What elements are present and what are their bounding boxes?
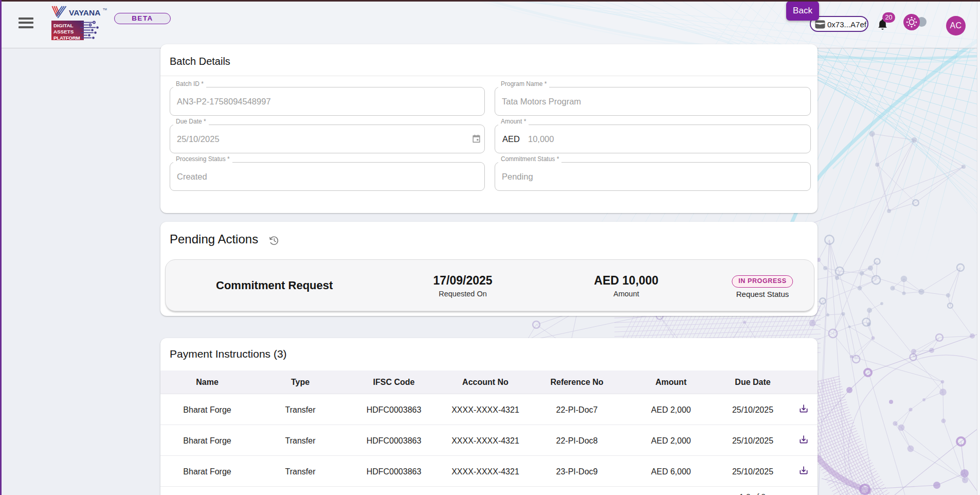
svg-text:VAYANA: VAYANA <box>69 8 100 17</box>
svg-text:ASSETS: ASSETS <box>53 29 74 34</box>
svg-text:PLATFORM: PLATFORM <box>53 35 80 41</box>
svg-text:DIGITAL: DIGITAL <box>53 23 73 28</box>
svg-text:TM: TM <box>103 8 107 11</box>
